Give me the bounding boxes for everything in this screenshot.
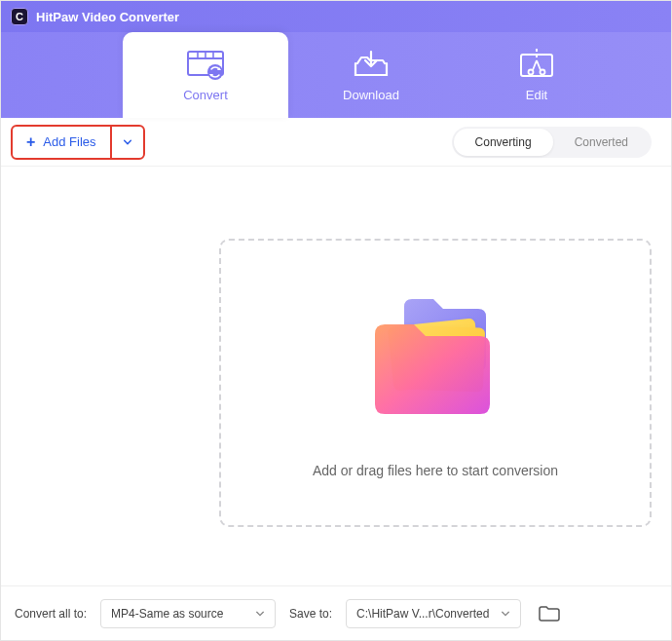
status-segment: Converting Converted <box>452 127 652 158</box>
tab-edit-label: Edit <box>526 88 547 102</box>
folder-icon <box>539 605 560 622</box>
download-icon <box>352 49 391 82</box>
tab-convert[interactable]: Convert <box>123 32 288 118</box>
open-folder-button[interactable] <box>535 601 564 626</box>
chevron-down-icon <box>501 609 510 619</box>
add-files-group: + Add Files <box>11 125 145 160</box>
titlebar: C HitPaw Video Converter <box>1 1 671 32</box>
add-files-label: Add Files <box>43 134 95 149</box>
bottombar: Convert all to: MP4-Same as source Save … <box>1 585 671 640</box>
chevron-down-icon <box>255 609 265 619</box>
segment-converted[interactable]: Converted <box>553 129 650 156</box>
svg-line-13 <box>533 60 537 70</box>
app-logo-icon: C <box>11 8 28 25</box>
save-path-select[interactable]: C:\HitPaw V...r\Converted <box>346 599 521 628</box>
edit-icon <box>517 49 556 82</box>
tab-convert-label: Convert <box>183 88 228 102</box>
drop-zone[interactable]: Add or drag files here to start conversi… <box>219 239 652 527</box>
add-files-button[interactable]: + Add Files <box>13 127 110 158</box>
tab-download[interactable]: Download <box>288 32 454 118</box>
plus-icon: + <box>26 134 35 150</box>
svg-line-14 <box>537 60 541 70</box>
svg-point-12 <box>541 69 545 74</box>
convert-all-to-label: Convert all to: <box>15 607 87 621</box>
segment-converting[interactable]: Converting <box>454 129 553 156</box>
format-select[interactable]: MP4-Same as source <box>100 599 276 628</box>
save-path-value: C:\HitPaw V...r\Converted <box>356 607 489 621</box>
main-tabs: Convert Download Edit <box>1 32 671 118</box>
toolbar: + Add Files Converting Converted <box>1 118 671 167</box>
save-to-label: Save to: <box>289 607 332 621</box>
add-files-dropdown[interactable] <box>110 127 143 158</box>
svg-rect-9 <box>521 55 552 76</box>
tab-download-label: Download <box>343 88 399 102</box>
folder-illustration <box>357 287 513 434</box>
drop-zone-hint: Add or drag files here to start conversi… <box>313 463 558 478</box>
svg-point-11 <box>529 69 534 74</box>
convert-icon <box>184 49 227 82</box>
chevron-down-icon <box>123 137 132 147</box>
format-value: MP4-Same as source <box>111 607 223 621</box>
tab-edit[interactable]: Edit <box>454 32 619 118</box>
app-title: HitPaw Video Converter <box>36 10 179 24</box>
